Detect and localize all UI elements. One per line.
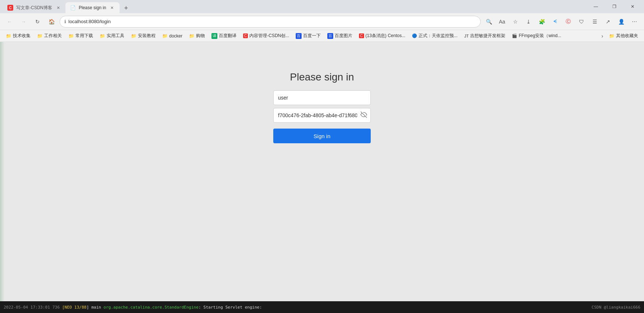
bookmarks-more-button[interactable]: › xyxy=(599,32,605,40)
bookmark-centos-label: (13条消息) Centos... xyxy=(366,33,406,39)
close-button[interactable]: ✕ xyxy=(624,1,641,12)
info-icon: ℹ xyxy=(64,19,66,24)
edge-icon[interactable]: ᗕ xyxy=(549,16,561,28)
tab-signin-favicon: 📄 xyxy=(70,5,76,11)
bookmark-tools-label: 实用工具 xyxy=(107,33,124,39)
profile-icon[interactable]: 👤 xyxy=(615,16,627,28)
bookmark-monitor[interactable]: 🔵 正式：天依监控预... xyxy=(409,32,460,40)
tab-bar: C 写文章-CSDN博客 ✕ 📄 Please sign in ✕ + xyxy=(3,0,586,13)
bookmark-csdn[interactable]: C 内容管理-CSDN创... xyxy=(240,32,292,40)
bookmark-docker-label: docker xyxy=(169,33,182,39)
csdn-favicon: C xyxy=(243,33,248,38)
bookmark-shop-label: 购物 xyxy=(196,33,205,39)
collections-icon[interactable]: ☰ xyxy=(589,16,601,28)
tab-signin-close[interactable]: ✕ xyxy=(109,5,115,11)
jt-favicon: JT xyxy=(464,34,469,38)
bookmark-translate[interactable]: 译 百度翻译 xyxy=(209,32,239,40)
folder-icon: 📁 xyxy=(68,33,74,39)
forward-button[interactable]: → xyxy=(18,16,29,28)
share-icon[interactable]: ↗ xyxy=(602,16,614,28)
terminal-package: org.apache.catalina.core.StandardEngine xyxy=(104,305,199,310)
bookmark-tech-label: 技术收集 xyxy=(13,33,31,39)
signin-container: Please sign in Sign in xyxy=(273,71,371,143)
password-group xyxy=(273,108,371,123)
toolbar-icons: 🔍 Aa ☆ ⤓ 🧩 ᗕ Ⓒ 🛡 ☰ ↗ 👤 ⋯ xyxy=(483,16,640,28)
extensions-icon[interactable]: 🧩 xyxy=(536,16,548,28)
bookmark-ffmpeg[interactable]: 🎬 FFmpeg安装（wind... xyxy=(509,32,564,40)
reload-button[interactable]: ↻ xyxy=(32,16,43,28)
terminal-message: : Starting Servlet engine: xyxy=(199,305,262,310)
new-tab-button[interactable]: + xyxy=(121,3,131,13)
search-icon[interactable]: 🔍 xyxy=(483,16,495,28)
folder-icon: 📁 xyxy=(37,33,43,39)
downloads-icon[interactable]: ⤓ xyxy=(523,16,534,28)
home-button[interactable]: 🏠 xyxy=(46,16,57,28)
tab-csdn-favicon: C xyxy=(7,5,13,11)
shield-icon[interactable]: 🛡 xyxy=(576,16,587,28)
bookmark-download-label: 常用下载 xyxy=(75,33,93,39)
tab-signin[interactable]: 📄 Please sign in ✕ xyxy=(65,2,120,13)
bookmark-monitor-label: 正式：天依监控预... xyxy=(419,33,458,39)
bookmark-baiduimg-label: 百度图片 xyxy=(335,33,352,39)
bookmark-shop[interactable]: 📁 购物 xyxy=(186,32,208,40)
favorites-icon[interactable]: ☆ xyxy=(509,16,521,28)
address-bar: ← → ↻ 🏠 ℹ localhost:8080/login 🔍 Aa ☆ ⤓ … xyxy=(0,13,644,30)
terminal-space3 xyxy=(101,305,104,310)
bookmark-baiduimg[interactable]: 百 百度图片 xyxy=(324,32,355,40)
side-strip xyxy=(0,42,4,313)
bookmark-more-folder-label: 其他收藏夹 xyxy=(616,33,638,39)
coupon-icon[interactable]: Ⓒ xyxy=(562,16,574,28)
bookmark-work[interactable]: 📁 工作相关 xyxy=(34,32,65,40)
more-icon[interactable]: ⋯ xyxy=(629,16,640,28)
ffmpeg-favicon: 🎬 xyxy=(512,33,517,38)
folder-icon: 📁 xyxy=(100,33,105,39)
window-controls: — ❐ ✕ xyxy=(587,1,641,12)
bookmark-jt[interactable]: JT 吉想敏捷开发框架 xyxy=(461,32,508,40)
page-content: Please sign in Sign in xyxy=(0,42,644,313)
folder-icon: 📁 xyxy=(609,33,615,39)
bookmark-install[interactable]: 📁 安装教程 xyxy=(128,32,159,40)
centos-favicon: C xyxy=(359,33,364,38)
bookmark-ffmpeg-label: FFmpeg安装（wind... xyxy=(519,33,561,39)
signin-title: Please sign in xyxy=(290,71,354,83)
browser-frame: C 写文章-CSDN博客 ✕ 📄 Please sign in ✕ + — ❐ … xyxy=(0,0,644,313)
bookmark-translate-label: 百度翻译 xyxy=(219,33,236,39)
restore-button[interactable]: ❐ xyxy=(606,1,623,12)
password-toggle-icon[interactable] xyxy=(360,111,367,119)
bookmark-docker[interactable]: 📁 docker xyxy=(159,33,185,39)
translate-favicon: 译 xyxy=(211,33,217,39)
password-input[interactable] xyxy=(273,108,371,123)
bookmark-csdn-label: 内容管理-CSDN创... xyxy=(249,33,289,39)
folder-icon: 📁 xyxy=(131,33,136,39)
bookmark-tech[interactable]: 📁 技术收集 xyxy=(3,32,33,40)
terminal-timestamp: 2022-05-04 17:33:01 736 xyxy=(4,305,60,310)
url-bar[interactable]: ℹ localhost:8080/login xyxy=(60,16,481,28)
bookmark-jt-label: 吉想敏捷开发框架 xyxy=(470,33,505,39)
terminal-credit: CSDN @liangkaikai666 xyxy=(592,305,640,310)
baidu1-favicon: 百 xyxy=(296,33,302,39)
back-button[interactable]: ← xyxy=(4,16,15,28)
bookmark-tools[interactable]: 📁 实用工具 xyxy=(97,32,127,40)
bookmark-download[interactable]: 📁 常用下载 xyxy=(65,32,96,40)
terminal-main: main xyxy=(91,305,101,310)
tab-csdn-label: 写文章-CSDN博客 xyxy=(16,5,52,11)
signin-button[interactable]: Sign in xyxy=(273,129,371,143)
bookmark-install-label: 安装教程 xyxy=(138,33,156,39)
reader-icon[interactable]: Aa xyxy=(496,16,508,28)
bookmark-centos[interactable]: C (13条消息) Centos... xyxy=(356,32,408,40)
bookmarks-bar: 📁 技术收集 📁 工作相关 📁 常用下载 📁 实用工具 📁 安装教程 📁 doc… xyxy=(0,30,644,42)
terminal-bar: 2022-05-04 17:33:01 736 [NEO 13/88 ] mai… xyxy=(0,301,644,313)
bookmark-baidu1-label: 百度一下 xyxy=(303,33,321,39)
baiduimg-favicon: 百 xyxy=(327,33,333,39)
username-input[interactable] xyxy=(273,90,371,105)
folder-icon: 📁 xyxy=(162,33,168,39)
title-bar: C 写文章-CSDN博客 ✕ 📄 Please sign in ✕ + — ❐ … xyxy=(0,0,644,13)
monitor-favicon: 🔵 xyxy=(412,33,417,38)
tab-csdn-close[interactable]: ✕ xyxy=(55,5,61,11)
tab-csdn[interactable]: C 写文章-CSDN博客 ✕ xyxy=(3,2,65,13)
bookmark-more-folder[interactable]: 📁 其他收藏夹 xyxy=(606,32,641,40)
bookmark-work-label: 工作相关 xyxy=(44,33,62,39)
terminal-thread: [NEO 13/88 xyxy=(62,305,86,310)
bookmark-baidu1[interactable]: 百 百度一下 xyxy=(293,32,324,40)
minimize-button[interactable]: — xyxy=(587,1,604,12)
